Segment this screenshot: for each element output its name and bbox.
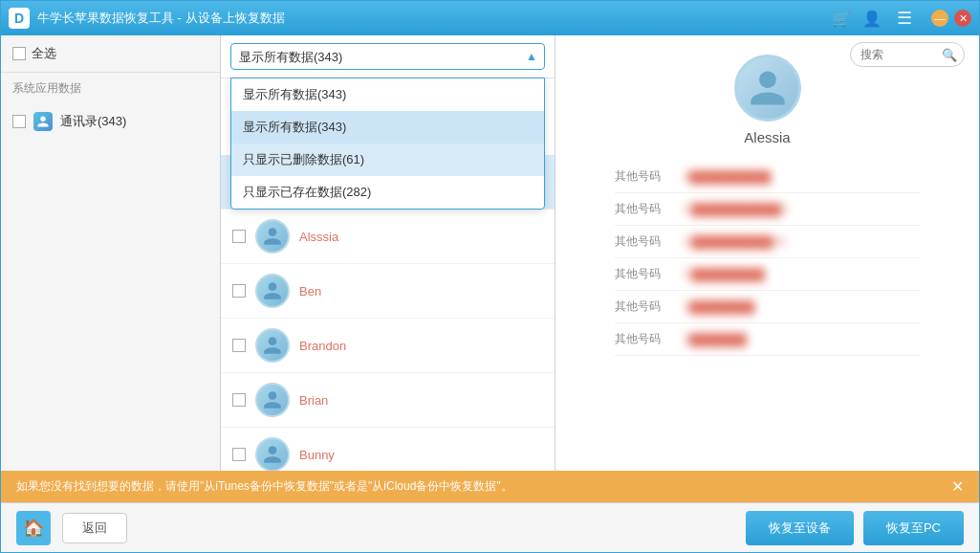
- contact-checkbox-brandon[interactable]: [232, 339, 246, 352]
- window-controls: — ✕: [931, 10, 971, 27]
- main-content: 全选 系统应用数据 通讯录(343) 显示所有数据(343) 只显示已删除数据(…: [1, 35, 979, 471]
- contact-name-alsssia: Alsssia: [299, 230, 338, 244]
- contact-checkbox-brian[interactable]: [232, 393, 246, 407]
- detail-label-5: 其他号码: [615, 331, 672, 347]
- contact-avatar-brandon: [255, 328, 290, 363]
- detail-label-2: 其他号码: [615, 233, 672, 250]
- detail-value-3: C█████████: [684, 268, 921, 281]
- detail-row-5: 其他号码 2███████: [615, 323, 921, 356]
- detail-row-4: 其他号码 1████████: [615, 291, 921, 323]
- cart-icon[interactable]: 🛒: [832, 10, 851, 28]
- window-title: 牛学长苹果数据恢复工具 - 从设备上恢复数据: [37, 10, 832, 27]
- notification-bar: 如果您没有找到想要的数据，请使用"从iTunes备份中恢复数据"或者是"从iCl…: [1, 471, 979, 502]
- notification-close-button[interactable]: ✕: [951, 479, 964, 495]
- detail-value-4: 1████████: [684, 300, 921, 314]
- contacts-checkbox[interactable]: [12, 115, 26, 128]
- user-icon[interactable]: 👤: [862, 10, 882, 28]
- contact-item-brandon[interactable]: Brandon: [221, 319, 555, 373]
- select-all-checkbox[interactable]: [12, 47, 26, 60]
- contact-name-ben: Ben: [299, 284, 321, 299]
- search-container: 🔍: [850, 42, 965, 67]
- contact-checkbox-alsssia[interactable]: [232, 230, 246, 243]
- detail-row-0: 其他号码 4██████████: [615, 161, 921, 193]
- filter-select[interactable]: 显示所有数据(343) 只显示已删除数据(61) 只显示已存在数据(282): [230, 43, 545, 70]
- sidebar-header: 全选: [1, 35, 220, 73]
- contact-avatar-bunny: [255, 437, 290, 471]
- contact-name-brandon: Brandon: [299, 339, 346, 353]
- dropdown-item-existing[interactable]: 只显示已存在数据(282): [231, 176, 544, 209]
- filter-bar: 显示所有数据(343) 只显示已删除数据(61) 只显示已存在数据(282) ▲…: [221, 35, 555, 78]
- detail-label-3: 其他号码: [615, 266, 672, 282]
- dropdown-item-all[interactable]: 显示所有数据(343): [231, 78, 544, 111]
- action-bar: 🏠 返回 恢复至设备 恢复至PC: [1, 502, 979, 552]
- contact-item-brian[interactable]: Brian: [221, 373, 555, 428]
- sidebar-item-contacts[interactable]: 通讯录(343): [1, 104, 220, 139]
- filter-dropdown[interactable]: 显示所有数据(343) 显示所有数据(343) 只显示已删除数据(61) 只显示…: [230, 77, 545, 210]
- contact-name-bunny: Bunny: [299, 448, 335, 462]
- contact-list-panel: 显示所有数据(343) 只显示已删除数据(61) 只显示已存在数据(282) ▲…: [221, 35, 555, 471]
- detail-avatar: [734, 55, 801, 122]
- restore-device-button[interactable]: 恢复至设备: [746, 511, 854, 545]
- home-button[interactable]: 🏠: [16, 511, 51, 545]
- detail-label-4: 其他号码: [615, 299, 672, 315]
- contact-name-brian: Brian: [299, 393, 328, 408]
- detail-row-3: 其他号码 C█████████: [615, 258, 921, 291]
- contact-avatar-brian: [255, 383, 290, 417]
- detail-label-1: 其他号码: [615, 201, 672, 217]
- contact-avatar-alsssia: [255, 219, 290, 254]
- menu-icon[interactable]: ☰: [897, 8, 912, 29]
- contacts-label: 通讯录(343): [60, 113, 126, 130]
- contact-item-alsssia[interactable]: Alsssia: [221, 210, 555, 264]
- select-all-label: 全选: [32, 45, 56, 62]
- search-icon: 🔍: [942, 48, 957, 62]
- dropdown-item-deleted[interactable]: 只显示已删除数据(61): [231, 144, 544, 176]
- detail-label-0: 其他号码: [615, 168, 672, 185]
- contact-checkbox-bunny[interactable]: [232, 448, 246, 461]
- app-logo: D: [9, 8, 30, 29]
- back-button[interactable]: 返回: [62, 513, 127, 543]
- minimize-button[interactable]: —: [931, 10, 948, 27]
- detail-panel: 🔍 Alessia 其他号码 4██████████ 其他号码 C███████…: [555, 35, 979, 471]
- detail-fields: 其他号码 4██████████ 其他号码 C███████████3 其他号码…: [615, 161, 921, 356]
- main-window: D 牛学长苹果数据恢复工具 - 从设备上恢复数据 🛒 👤 ☰ — ✕ 全选 系统…: [0, 0, 980, 553]
- contact-item-bunny[interactable]: Bunny: [221, 428, 555, 471]
- sidebar: 全选 系统应用数据 通讯录(343): [1, 35, 221, 471]
- contact-avatar-ben: [255, 274, 290, 308]
- detail-value-1: C███████████3: [684, 203, 921, 216]
- detail-row-2: 其他号码 C██████████03: [615, 226, 921, 258]
- titlebar-icons: 🛒 👤 ☰ — ✕: [832, 8, 971, 29]
- notification-text: 如果您没有找到想要的数据，请使用"从iTunes备份中恢复数据"或者是"从iCl…: [16, 478, 512, 495]
- titlebar: D 牛学长苹果数据恢复工具 - 从设备上恢复数据 🛒 👤 ☰ — ✕: [1, 1, 979, 35]
- detail-row-1: 其他号码 C███████████3: [615, 193, 921, 226]
- contacts-icon: [33, 112, 53, 131]
- search-area: 🔍: [850, 42, 965, 67]
- dropdown-item-all2[interactable]: 显示所有数据(343): [231, 111, 544, 144]
- sidebar-section-title: 系统应用数据: [1, 73, 220, 104]
- restore-pc-button[interactable]: 恢复至PC: [863, 511, 964, 545]
- contact-checkbox-ben[interactable]: [232, 284, 246, 298]
- detail-value-5: 2███████: [684, 333, 921, 346]
- contact-item-ben[interactable]: Ben: [221, 264, 555, 319]
- detail-value-2: C██████████03: [684, 235, 921, 249]
- detail-value-0: 4██████████: [684, 170, 921, 184]
- close-button[interactable]: ✕: [954, 10, 971, 27]
- detail-name: Alessia: [744, 129, 790, 145]
